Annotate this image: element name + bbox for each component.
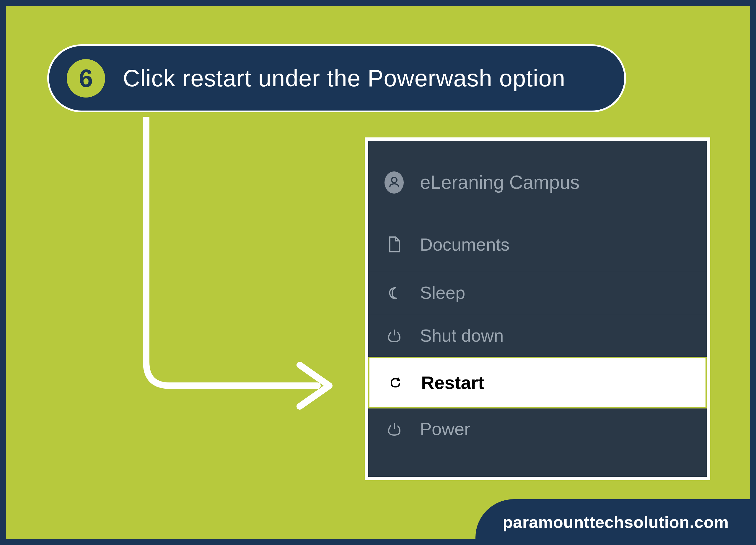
menu-item-user[interactable]: eLeraning Campus <box>368 141 707 194</box>
footer-badge: paramounttechsolution.com <box>475 499 756 545</box>
step-header: 6 Click restart under the Powerwash opti… <box>47 44 626 112</box>
user-icon <box>384 173 404 192</box>
step-title: Click restart under the Powerwash option <box>123 65 565 92</box>
menu-item-power[interactable]: Power <box>368 409 707 448</box>
svg-point-0 <box>392 177 397 183</box>
menu-item-sleep[interactable]: Sleep <box>368 271 707 314</box>
menu-item-documents[interactable]: Documents <box>368 218 707 271</box>
power-menu-panel: eLeraning Campus Documents Sleep <box>365 137 710 480</box>
menu-item-restart[interactable]: Restart <box>368 357 707 409</box>
step-number-circle: 6 <box>67 59 105 97</box>
menu-item-shutdown[interactable]: Shut down <box>368 314 707 357</box>
power-label: Power <box>420 419 470 439</box>
user-label: eLeraning Campus <box>420 171 580 193</box>
footer-domain: paramounttechsolution.com <box>503 513 729 532</box>
arrow-connector <box>134 117 341 412</box>
menu-inner: eLeraning Campus Documents Sleep <box>368 141 707 477</box>
sleep-label: Sleep <box>420 283 465 303</box>
documents-label: Documents <box>420 234 509 255</box>
power-icon <box>384 419 404 439</box>
document-icon <box>384 235 404 254</box>
step-number: 6 <box>79 64 93 93</box>
restart-label: Restart <box>421 372 484 393</box>
power-icon <box>384 326 404 345</box>
menu-spacer <box>368 194 707 218</box>
shutdown-label: Shut down <box>420 326 504 346</box>
restart-icon <box>386 373 405 392</box>
moon-icon <box>384 283 404 302</box>
